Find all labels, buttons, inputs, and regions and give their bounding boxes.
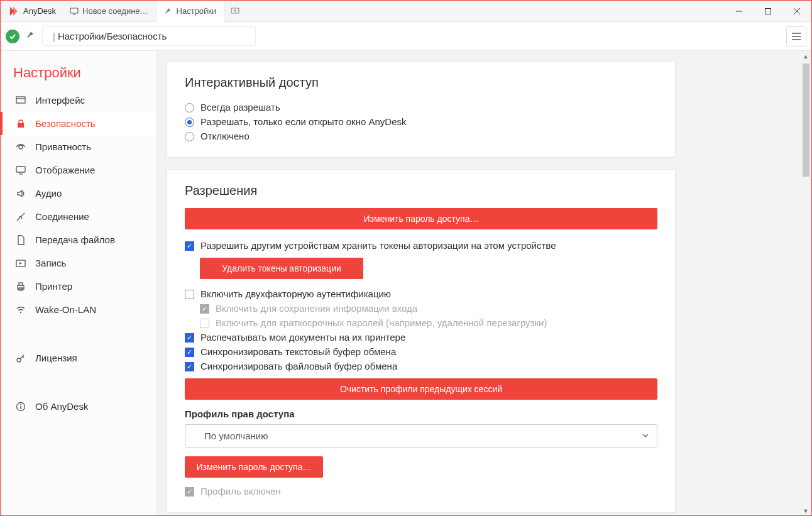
profile-select[interactable]: По умолчанию (185, 424, 657, 447)
sidebar-item-interface[interactable]: Интерфейс (1, 89, 156, 112)
sidebar-item-label: Wake-On-LAN (35, 304, 96, 315)
tab-settings[interactable]: Настройки (156, 1, 225, 22)
change-password-button[interactable]: Изменить пароль доступа… (185, 208, 657, 229)
wrench-icon (164, 7, 173, 16)
scrollbar[interactable]: ▲ ▼ (801, 52, 810, 515)
minimize-button[interactable] (725, 1, 754, 22)
sidebar-item-display[interactable]: Отображение (1, 158, 156, 182)
svg-rect-2 (70, 8, 78, 13)
file-icon (15, 235, 26, 245)
clear-profiles-button[interactable]: Очистить профили предыдущих сессий (185, 378, 657, 400)
sidebar-item-label: Соединение (35, 211, 89, 222)
sidebar-item-label: Приватность (35, 141, 91, 152)
svg-point-30 (20, 404, 21, 405)
radio-always-allow[interactable]: Всегда разрешать (185, 100, 657, 114)
sidebar-item-label: Безопасность (35, 118, 96, 129)
sidebar-item-audio[interactable]: Аудио (1, 182, 156, 205)
display-icon (15, 165, 26, 175)
radio-label: Всегда разрешать (200, 102, 280, 113)
sidebar-item-license[interactable]: Лицензия (1, 346, 156, 370)
sidebar-item-printer[interactable]: Принтер (1, 275, 156, 298)
tab-label: Настройки (177, 6, 217, 16)
sidebar-item-wol[interactable]: Wake-On-LAN (1, 298, 156, 321)
monitor-icon (70, 7, 79, 16)
titlebar: AnyDesk Новое соедине… Настройки (1, 1, 811, 22)
svg-point-25 (20, 311, 21, 312)
content-area: Интерактивный доступ Всегда разрешать Ра… (156, 51, 811, 515)
svg-rect-14 (16, 97, 25, 103)
sidebar-item-connection[interactable]: Соединение (1, 205, 156, 228)
sidebar-item-recording[interactable]: Запись (1, 251, 156, 275)
checkbox-icon (185, 333, 194, 343)
sidebar-item-security[interactable]: Безопасность (1, 112, 156, 135)
tab-label: Новое соедине… (82, 6, 148, 16)
checkbox-twofa-save-login: Включить для сохранения информации входа (200, 301, 657, 316)
svg-line-28 (23, 356, 24, 358)
record-icon (15, 258, 26, 268)
tab-new-connection[interactable]: Новое соедине… (62, 1, 156, 22)
scroll-up-icon[interactable]: ▲ (801, 52, 810, 61)
checkbox-label: Распечатывать мои документы на их принте… (200, 332, 405, 343)
checkbox-sync-file-clipboard[interactable]: Синхронизировать файловый буфер обмена (185, 359, 657, 373)
checkbox-icon (185, 348, 194, 357)
svg-rect-16 (18, 123, 24, 128)
chevron-down-icon (642, 431, 649, 441)
svg-marker-1 (13, 7, 18, 16)
checkbox-label: Разрешить другим устройствам хранить ток… (200, 240, 556, 251)
info-icon (15, 402, 26, 412)
svg-rect-18 (16, 167, 25, 172)
card-interactive-access: Интерактивный доступ Всегда разрешать Ра… (167, 61, 676, 158)
checkbox-sync-text-clipboard[interactable]: Синхронизировать текстовый буфер обмена (185, 344, 657, 359)
card-title: Интерактивный доступ (185, 75, 657, 90)
radio-label: Разрешать, только если открыто окно AnyD… (200, 116, 406, 127)
select-value: По умолчанию (193, 431, 268, 441)
radio-icon (185, 132, 194, 141)
checkbox-label: Включить двухфакторную аутентификацию (200, 288, 391, 299)
breadcrumb-root: Настройки (58, 31, 104, 41)
profile-label: Профиль прав доступа (185, 409, 657, 419)
breadcrumb-leaf: Безопасность (107, 31, 167, 41)
sidebar: Настройки Интерфейс Безопасность Приватн… (1, 51, 156, 515)
key-icon (15, 353, 26, 363)
svg-rect-8 (765, 8, 771, 14)
card-title: Разрешения (185, 184, 657, 198)
checkbox-icon (185, 487, 194, 497)
scroll-down-icon[interactable]: ▼ (801, 507, 810, 515)
delete-tokens-button[interactable]: Удалить токены авторизации (200, 258, 363, 279)
checkbox-label: Профиль включен (200, 486, 281, 497)
maximize-button[interactable] (754, 1, 782, 22)
change-password-button-2[interactable]: Изменить пароль доступа… (185, 456, 323, 478)
audio-icon (15, 189, 26, 199)
new-tab-button[interactable] (224, 1, 246, 22)
sidebar-item-privacy[interactable]: Приватность (1, 135, 156, 158)
connection-icon (15, 212, 26, 222)
close-button[interactable] (782, 1, 811, 22)
scroll-thumb[interactable] (803, 63, 809, 177)
radio-label: Отключено (200, 131, 250, 141)
sidebar-item-label: Запись (35, 258, 66, 268)
sidebar-item-label: Принтер (35, 281, 72, 292)
checkbox-icon (200, 304, 209, 314)
window-controls (725, 1, 811, 22)
wifi-icon (15, 305, 26, 315)
radio-allow-when-window-open[interactable]: Разрешать, только если открыто окно AnyD… (185, 114, 657, 129)
checkbox-icon (185, 362, 194, 371)
checkbox-profile-enabled: Профиль включен (185, 484, 657, 498)
checkbox-icon (185, 290, 194, 299)
sidebar-item-file-transfer[interactable]: Передача файлов (1, 228, 156, 251)
radio-icon (185, 118, 194, 127)
checkbox-twofa[interactable]: Включить двухфакторную аутентификацию (185, 287, 657, 301)
checkbox-label: Включить для краткосрочных паролей (напр… (216, 317, 547, 328)
sidebar-item-label: Об AnyDesk (35, 401, 88, 412)
sidebar-item-about[interactable]: Об AnyDesk (1, 395, 156, 418)
checkbox-icon (185, 241, 194, 251)
interface-icon (15, 96, 26, 106)
menu-button[interactable] (786, 26, 806, 47)
checkbox-allow-tokens[interactable]: Разрешить другим устройствам хранить ток… (185, 238, 657, 253)
sidebar-item-label: Передача файлов (35, 234, 115, 245)
radio-disabled[interactable]: Отключено (185, 129, 657, 143)
breadcrumb[interactable]: | Настройки/Безопасность (42, 26, 256, 46)
checkbox-print[interactable]: Распечатывать мои документы на их принте… (185, 330, 657, 344)
printer-icon (15, 282, 26, 292)
checkbox-label: Синхронизировать текстовый буфер обмена (200, 346, 396, 357)
